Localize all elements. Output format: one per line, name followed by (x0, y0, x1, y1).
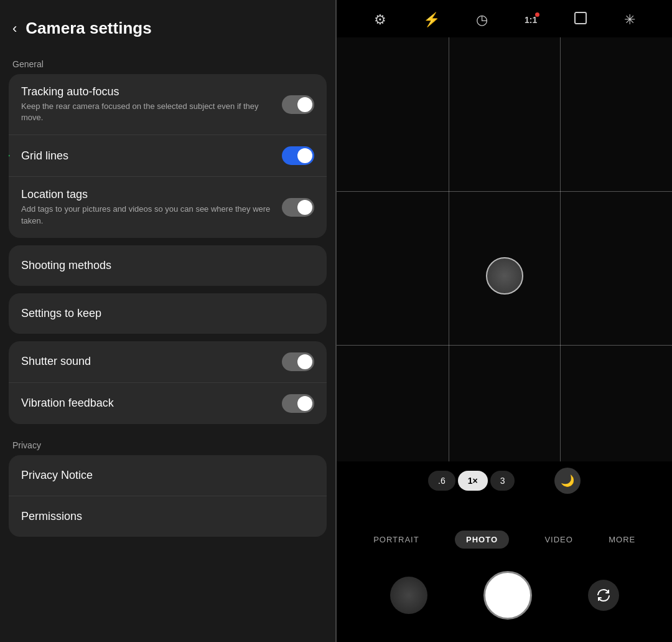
settings-icon[interactable]: ⚙ (374, 12, 386, 28)
timer-icon[interactable]: ◷ (476, 12, 488, 28)
settings-header: ‹ Camera settings (0, 0, 335, 50)
grid-lines-item[interactable]: Grid lines (9, 135, 327, 177)
night-mode-button[interactable]: 🌙 (554, 468, 581, 494)
settings-to-keep-title: Settings to keep (21, 307, 101, 320)
privacy-notice-item[interactable]: Privacy Notice (9, 455, 327, 496)
mode-more[interactable]: MORE (609, 535, 635, 544)
camera-top-icons: ⚙ ⚡ ◷ 1:1 ✳ (337, 0, 672, 40)
back-button[interactable]: ‹ (12, 21, 17, 37)
privacy-section-label: Privacy (0, 432, 335, 455)
tracking-autofocus-desc: Keep the rear camera focused on the sele… (21, 101, 274, 123)
shooting-methods-item[interactable]: Shooting methods (9, 245, 327, 286)
focus-circle (486, 257, 523, 295)
mode-video[interactable]: VIDEO (544, 535, 572, 544)
shutter-sound-toggle[interactable] (282, 352, 314, 371)
grid-line-h2 (337, 345, 672, 346)
shooting-methods-title: Shooting methods (21, 259, 111, 272)
green-arrow-indicator (9, 146, 10, 166)
green-arrow-head (9, 146, 10, 166)
general-settings-card: Tracking auto-focus Keep the rear camera… (9, 74, 327, 238)
location-tags-item[interactable]: Location tags Add tags to your pictures … (9, 177, 327, 237)
privacy-card: Privacy Notice Permissions (9, 455, 327, 537)
location-tags-toggle[interactable] (282, 198, 314, 217)
ratio-badge (535, 12, 539, 17)
grid-line-h1 (337, 191, 672, 192)
last-photo-preview[interactable] (390, 577, 427, 614)
tracking-autofocus-title: Tracking auto-focus (21, 85, 274, 98)
location-tags-title: Location tags (21, 188, 274, 201)
grid-lines-title: Grid lines (21, 149, 274, 163)
sound-vibration-card: Shutter sound Vibration feedback (9, 341, 327, 424)
grid-lines-toggle[interactable] (282, 146, 314, 165)
shutter-area (337, 561, 672, 630)
vibration-feedback-toggle[interactable] (282, 394, 314, 413)
location-tags-desc: Add tags to your pictures and videos so … (21, 204, 274, 226)
vibration-feedback-item[interactable]: Vibration feedback (9, 383, 327, 424)
shutter-sound-item[interactable]: Shutter sound (9, 341, 327, 383)
svg-rect-0 (575, 12, 586, 24)
general-section-label: General (0, 50, 335, 74)
crop-icon[interactable] (574, 11, 587, 29)
mode-photo[interactable]: PHOTO (455, 531, 509, 549)
flash-icon[interactable]: ⚡ (423, 12, 440, 28)
grid-line-v1 (449, 37, 449, 499)
shutter-button[interactable] (483, 571, 532, 620)
flip-camera-button[interactable] (588, 580, 619, 611)
permissions-item[interactable]: Permissions (9, 496, 327, 537)
effect-icon[interactable]: ✳ (624, 12, 635, 28)
shooting-methods-card[interactable]: Shooting methods (9, 245, 327, 286)
mode-portrait[interactable]: PORTRAIT (373, 535, 419, 544)
settings-to-keep-card[interactable]: Settings to keep (9, 293, 327, 334)
tracking-autofocus-toggle[interactable] (282, 95, 314, 114)
zoom-1x-button[interactable]: 1× (458, 471, 488, 491)
permissions-title: Permissions (21, 510, 82, 523)
vibration-feedback-title: Vibration feedback (21, 397, 274, 410)
camera-panel: ⚙ ⚡ ◷ 1:1 ✳ .6 1× 3 🌙 PORTRAI (337, 0, 672, 642)
shutter-sound-title: Shutter sound (21, 355, 274, 368)
camera-viewfinder (337, 37, 672, 499)
settings-to-keep-item[interactable]: Settings to keep (9, 293, 327, 334)
ratio-icon[interactable]: 1:1 (525, 15, 537, 25)
settings-panel: ‹ Camera settings General Tracking auto-… (0, 0, 335, 642)
zoom-3-button[interactable]: 3 (490, 471, 515, 491)
tracking-autofocus-item[interactable]: Tracking auto-focus Keep the rear camera… (9, 74, 327, 135)
page-title: Camera settings (26, 19, 151, 38)
zoom-06-button[interactable]: .6 (428, 471, 455, 491)
privacy-notice-title: Privacy Notice (21, 469, 93, 482)
grid-line-v2 (560, 37, 561, 499)
